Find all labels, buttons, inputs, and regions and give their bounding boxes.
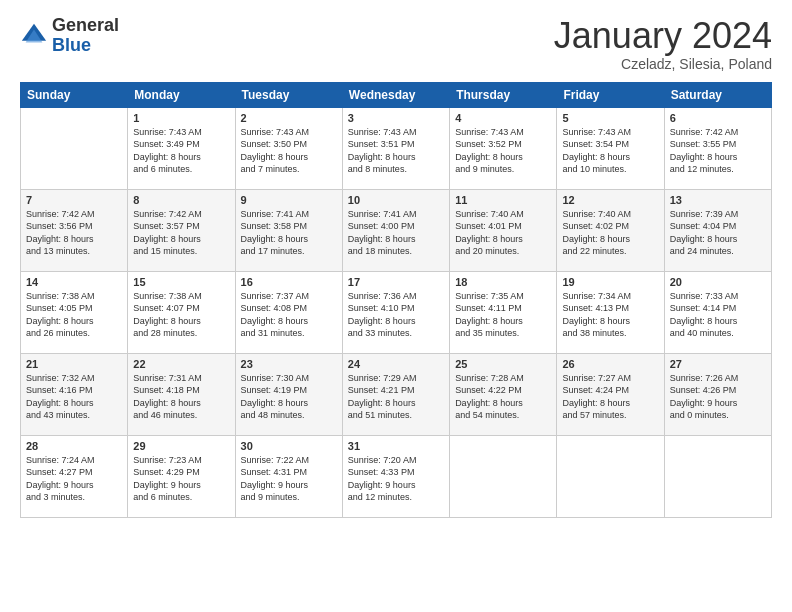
header-friday: Friday [557, 82, 664, 107]
header-sunday: Sunday [21, 82, 128, 107]
day-info: Sunrise: 7:28 AMSunset: 4:22 PMDaylight:… [455, 372, 551, 422]
day-number: 21 [26, 358, 122, 370]
day-number: 2 [241, 112, 337, 124]
day-info: Sunrise: 7:42 AMSunset: 3:55 PMDaylight:… [670, 126, 766, 176]
day-info: Sunrise: 7:37 AMSunset: 4:08 PMDaylight:… [241, 290, 337, 340]
calendar-cell [557, 435, 664, 517]
day-number: 19 [562, 276, 658, 288]
header-tuesday: Tuesday [235, 82, 342, 107]
calendar-cell [450, 435, 557, 517]
calendar-cell: 31Sunrise: 7:20 AMSunset: 4:33 PMDayligh… [342, 435, 449, 517]
logo-blue-text: Blue [52, 36, 119, 56]
month-title: January 2024 [554, 16, 772, 56]
calendar-cell: 30Sunrise: 7:22 AMSunset: 4:31 PMDayligh… [235, 435, 342, 517]
day-number: 24 [348, 358, 444, 370]
calendar-cell [21, 107, 128, 189]
day-number: 13 [670, 194, 766, 206]
day-info: Sunrise: 7:42 AMSunset: 3:56 PMDaylight:… [26, 208, 122, 258]
day-number: 27 [670, 358, 766, 370]
day-info: Sunrise: 7:20 AMSunset: 4:33 PMDaylight:… [348, 454, 444, 504]
day-info: Sunrise: 7:43 AMSunset: 3:52 PMDaylight:… [455, 126, 551, 176]
calendar-cell: 18Sunrise: 7:35 AMSunset: 4:11 PMDayligh… [450, 271, 557, 353]
calendar-cell: 2Sunrise: 7:43 AMSunset: 3:50 PMDaylight… [235, 107, 342, 189]
calendar-cell: 10Sunrise: 7:41 AMSunset: 4:00 PMDayligh… [342, 189, 449, 271]
calendar-cell [664, 435, 771, 517]
day-info: Sunrise: 7:43 AMSunset: 3:51 PMDaylight:… [348, 126, 444, 176]
day-number: 29 [133, 440, 229, 452]
calendar-week-row: 21Sunrise: 7:32 AMSunset: 4:16 PMDayligh… [21, 353, 772, 435]
calendar-cell: 23Sunrise: 7:30 AMSunset: 4:19 PMDayligh… [235, 353, 342, 435]
calendar-cell: 27Sunrise: 7:26 AMSunset: 4:26 PMDayligh… [664, 353, 771, 435]
day-number: 7 [26, 194, 122, 206]
day-number: 18 [455, 276, 551, 288]
day-number: 5 [562, 112, 658, 124]
calendar-cell: 1Sunrise: 7:43 AMSunset: 3:49 PMDaylight… [128, 107, 235, 189]
day-info: Sunrise: 7:24 AMSunset: 4:27 PMDaylight:… [26, 454, 122, 504]
day-info: Sunrise: 7:35 AMSunset: 4:11 PMDaylight:… [455, 290, 551, 340]
day-number: 3 [348, 112, 444, 124]
day-info: Sunrise: 7:29 AMSunset: 4:21 PMDaylight:… [348, 372, 444, 422]
day-number: 9 [241, 194, 337, 206]
day-number: 14 [26, 276, 122, 288]
day-info: Sunrise: 7:38 AMSunset: 4:07 PMDaylight:… [133, 290, 229, 340]
header-saturday: Saturday [664, 82, 771, 107]
day-info: Sunrise: 7:40 AMSunset: 4:01 PMDaylight:… [455, 208, 551, 258]
calendar-cell: 3Sunrise: 7:43 AMSunset: 3:51 PMDaylight… [342, 107, 449, 189]
day-number: 8 [133, 194, 229, 206]
day-info: Sunrise: 7:30 AMSunset: 4:19 PMDaylight:… [241, 372, 337, 422]
day-number: 15 [133, 276, 229, 288]
day-number: 30 [241, 440, 337, 452]
calendar-cell: 8Sunrise: 7:42 AMSunset: 3:57 PMDaylight… [128, 189, 235, 271]
day-info: Sunrise: 7:26 AMSunset: 4:26 PMDaylight:… [670, 372, 766, 422]
title-section: January 2024 Czeladz, Silesia, Poland [554, 16, 772, 72]
logo-icon [20, 22, 48, 50]
day-info: Sunrise: 7:42 AMSunset: 3:57 PMDaylight:… [133, 208, 229, 258]
day-info: Sunrise: 7:22 AMSunset: 4:31 PMDaylight:… [241, 454, 337, 504]
day-info: Sunrise: 7:41 AMSunset: 4:00 PMDaylight:… [348, 208, 444, 258]
day-number: 1 [133, 112, 229, 124]
day-info: Sunrise: 7:43 AMSunset: 3:49 PMDaylight:… [133, 126, 229, 176]
calendar-week-row: 7Sunrise: 7:42 AMSunset: 3:56 PMDaylight… [21, 189, 772, 271]
header-monday: Monday [128, 82, 235, 107]
calendar-week-row: 1Sunrise: 7:43 AMSunset: 3:49 PMDaylight… [21, 107, 772, 189]
day-info: Sunrise: 7:43 AMSunset: 3:50 PMDaylight:… [241, 126, 337, 176]
calendar-cell: 14Sunrise: 7:38 AMSunset: 4:05 PMDayligh… [21, 271, 128, 353]
calendar-cell: 25Sunrise: 7:28 AMSunset: 4:22 PMDayligh… [450, 353, 557, 435]
calendar-cell: 5Sunrise: 7:43 AMSunset: 3:54 PMDaylight… [557, 107, 664, 189]
calendar-cell: 13Sunrise: 7:39 AMSunset: 4:04 PMDayligh… [664, 189, 771, 271]
calendar-cell: 17Sunrise: 7:36 AMSunset: 4:10 PMDayligh… [342, 271, 449, 353]
day-number: 26 [562, 358, 658, 370]
day-info: Sunrise: 7:32 AMSunset: 4:16 PMDaylight:… [26, 372, 122, 422]
calendar-cell: 29Sunrise: 7:23 AMSunset: 4:29 PMDayligh… [128, 435, 235, 517]
day-info: Sunrise: 7:34 AMSunset: 4:13 PMDaylight:… [562, 290, 658, 340]
day-number: 23 [241, 358, 337, 370]
calendar-cell: 16Sunrise: 7:37 AMSunset: 4:08 PMDayligh… [235, 271, 342, 353]
location: Czeladz, Silesia, Poland [554, 56, 772, 72]
calendar-cell: 15Sunrise: 7:38 AMSunset: 4:07 PMDayligh… [128, 271, 235, 353]
weekday-header-row: Sunday Monday Tuesday Wednesday Thursday… [21, 82, 772, 107]
calendar-cell: 28Sunrise: 7:24 AMSunset: 4:27 PMDayligh… [21, 435, 128, 517]
day-number: 22 [133, 358, 229, 370]
day-number: 31 [348, 440, 444, 452]
header-thursday: Thursday [450, 82, 557, 107]
day-number: 4 [455, 112, 551, 124]
calendar-week-row: 28Sunrise: 7:24 AMSunset: 4:27 PMDayligh… [21, 435, 772, 517]
day-info: Sunrise: 7:23 AMSunset: 4:29 PMDaylight:… [133, 454, 229, 504]
day-number: 20 [670, 276, 766, 288]
day-info: Sunrise: 7:36 AMSunset: 4:10 PMDaylight:… [348, 290, 444, 340]
calendar-cell: 24Sunrise: 7:29 AMSunset: 4:21 PMDayligh… [342, 353, 449, 435]
logo-general-text: General [52, 16, 119, 36]
calendar-cell: 9Sunrise: 7:41 AMSunset: 3:58 PMDaylight… [235, 189, 342, 271]
day-number: 28 [26, 440, 122, 452]
header-wednesday: Wednesday [342, 82, 449, 107]
day-info: Sunrise: 7:38 AMSunset: 4:05 PMDaylight:… [26, 290, 122, 340]
calendar-table: Sunday Monday Tuesday Wednesday Thursday… [20, 82, 772, 518]
calendar-cell: 11Sunrise: 7:40 AMSunset: 4:01 PMDayligh… [450, 189, 557, 271]
day-number: 25 [455, 358, 551, 370]
calendar-cell: 21Sunrise: 7:32 AMSunset: 4:16 PMDayligh… [21, 353, 128, 435]
logo: General Blue [20, 16, 119, 56]
calendar-cell: 6Sunrise: 7:42 AMSunset: 3:55 PMDaylight… [664, 107, 771, 189]
day-info: Sunrise: 7:43 AMSunset: 3:54 PMDaylight:… [562, 126, 658, 176]
day-info: Sunrise: 7:31 AMSunset: 4:18 PMDaylight:… [133, 372, 229, 422]
day-number: 16 [241, 276, 337, 288]
